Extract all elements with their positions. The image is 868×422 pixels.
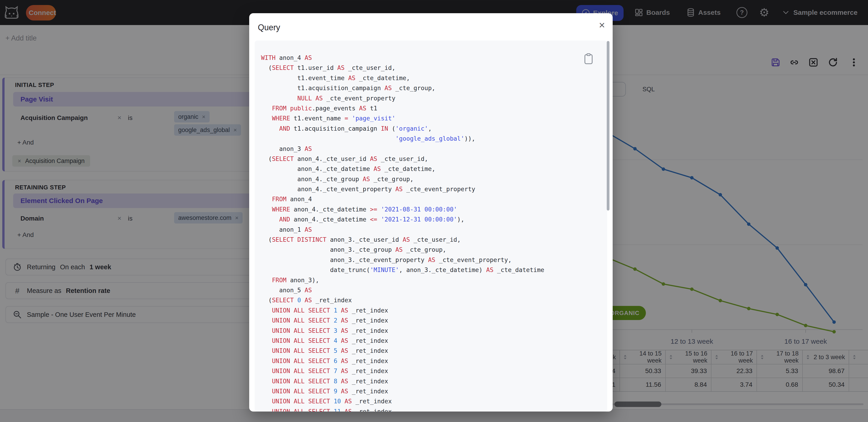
sql-line: UNION ALL SELECT 7 AS _ret_index: [261, 366, 606, 376]
sql-line: UNION ALL SELECT 8 AS _ret_index: [261, 376, 606, 386]
sql-line: WHERE anon_4._cte_datetime >= '2021-08-3…: [261, 204, 606, 214]
sql-line: anon_3._cte_group AS _cte_group,: [261, 245, 606, 255]
sql-line: WHERE t1.event_name = 'page_visit': [261, 113, 606, 123]
sql-line: UNION ALL SELECT 2 AS _ret_index: [261, 315, 606, 326]
sql-line: anon_4._cte_event_property AS _cte_event…: [261, 184, 606, 194]
sql-line: WITH anon_4 AS: [261, 53, 606, 63]
sql-line: FROM anon_4: [261, 194, 606, 204]
sql-line: anon_4._cte_datetime AS _cte_datetime,: [261, 164, 606, 174]
sql-line: NULL AS _cte_event_property: [261, 93, 606, 103]
sql-line: UNION ALL SELECT 11 AS _ret_index: [261, 406, 606, 412]
sql-line: date_trunc('MINUTE', anon_3._cte_datetim…: [261, 265, 606, 275]
sql-line: AND t1.acquisition_campaign IN ('organic…: [261, 124, 606, 133]
sql-line: UNION ALL SELECT 5 AS _ret_index: [261, 346, 606, 356]
modal-scrollbar-thumb[interactable]: [607, 41, 610, 211]
sql-line: UNION ALL SELECT 10 AS _ret_index: [261, 396, 606, 406]
sql-line: AND anon_4._cte_datetime <= '2021-12-31 …: [261, 214, 606, 224]
sql-line: FROM anon_3),: [261, 275, 606, 285]
sql-line: UNION ALL SELECT 6 AS _ret_index: [261, 356, 606, 366]
sql-line: FROM public.page_events AS t1: [261, 103, 606, 113]
sql-line: t1.acquisition_campaign AS _cte_group,: [261, 83, 606, 93]
sql-line: UNION ALL SELECT 4 AS _ret_index: [261, 336, 606, 346]
sql-line: (SELECT 0 AS _ret_index: [261, 295, 606, 305]
sql-code: WITH anon_4 AS (SELECT t1.user_id AS _ct…: [261, 53, 606, 412]
sql-line: t1.event_time AS _cte_datetime,: [261, 73, 606, 83]
query-modal: Query × WITH anon_4 AS (SELECT t1.user_i…: [249, 13, 613, 412]
sql-code-block: WITH anon_4 AS (SELECT t1.user_id AS _ct…: [255, 40, 607, 412]
modal-title: Query: [258, 23, 280, 32]
sql-line: (SELECT t1.user_id AS _cte_user_id,: [261, 63, 606, 73]
sql-line: anon_1 AS: [261, 225, 606, 235]
close-icon[interactable]: ×: [596, 19, 608, 31]
sql-line: anon_3._cte_event_property AS _cte_event…: [261, 255, 606, 265]
copy-code-button[interactable]: [584, 53, 593, 65]
app-root: Connect Explore Boards Ass: [0, 0, 868, 422]
sql-line: (SELECT DISTINCT anon_3._cte_user_id AS …: [261, 235, 606, 245]
sql-line: anon_3 AS: [261, 144, 606, 154]
sql-line: anon_4._cte_group AS _cte_group,: [261, 174, 606, 184]
clipboard-icon: [584, 53, 593, 65]
sql-line: (SELECT anon_4._cte_user_id AS _cte_user…: [261, 154, 606, 164]
sql-line: anon_5 AS: [261, 285, 606, 295]
sql-line: UNION ALL SELECT 9 AS _ret_index: [261, 386, 606, 396]
sql-line: UNION ALL SELECT 1 AS _ret_index: [261, 305, 606, 315]
sql-line: 'google_ads_global')),: [261, 133, 606, 144]
sql-line: UNION ALL SELECT 3 AS _ret_index: [261, 326, 606, 336]
